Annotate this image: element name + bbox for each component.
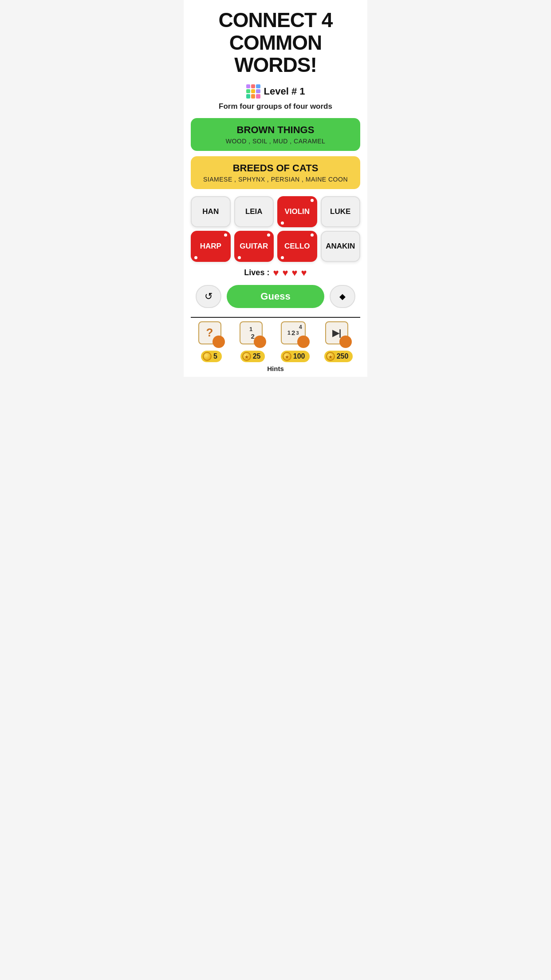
hint-question-badge: [213, 336, 225, 348]
word-tile-han[interactable]: HAN: [191, 196, 231, 227]
shuffle-icon: ↺: [205, 291, 213, 302]
word-tile-leia[interactable]: LEIA: [234, 196, 274, 227]
level-row: Level # 1: [246, 84, 305, 99]
hint-icon-123[interactable]: 4 1 2 3: [281, 321, 310, 348]
guess-label: Guess: [260, 291, 290, 302]
hint-icon-12[interactable]: 1 2: [240, 321, 266, 348]
hint-play-badge: [339, 336, 352, 348]
hint-nums-12: 1 2: [247, 326, 254, 340]
heart-2: ♥: [282, 267, 288, 279]
hints-row: ? 5 1 2 ★ 25: [191, 317, 360, 364]
hint-12-badge: [254, 336, 266, 348]
heart-4: ♥: [301, 267, 307, 279]
hint-cost-play: ★ 250: [324, 351, 353, 362]
hint-cost-question: 5: [201, 351, 222, 362]
coin-icon-1: [203, 352, 212, 361]
hint-item-12: 1 2 ★ 25: [240, 321, 266, 362]
word-tile-guitar[interactable]: GUITAR: [234, 231, 274, 262]
word-tile-cello[interactable]: CELLO: [277, 231, 317, 262]
word-tile-luke[interactable]: LUKE: [321, 196, 361, 227]
category-yellow-title: BREEDS OF CATS: [198, 162, 353, 174]
hint-cost-text-1: 5: [213, 352, 217, 360]
coin-icon-2: ★: [242, 352, 251, 361]
category-green-title: BROWN THINGS: [198, 124, 353, 136]
guess-button[interactable]: Guess: [227, 285, 324, 308]
eraser-icon: ◆: [339, 292, 346, 301]
instructions-text: Form four groups of four words: [219, 102, 332, 111]
play-skip-icon: ▶|: [332, 328, 342, 338]
hint-123-badge: [297, 336, 310, 348]
lives-row: Lives : ♥ ♥ ♥ ♥: [244, 267, 307, 279]
category-green-words: WOOD , SOIL , MUD , CARAMEL: [198, 138, 353, 145]
n3: 3: [296, 330, 299, 336]
hint-cost-123: ★ 100: [281, 351, 310, 362]
hint-icon-question[interactable]: ?: [198, 321, 225, 348]
category-yellow: BREEDS OF CATS SIAMESE , SPHYNX , PERSIA…: [191, 156, 360, 189]
nums-row: 1 2 3: [287, 329, 299, 336]
word-tile-anakin[interactable]: ANAKIN: [321, 231, 361, 262]
question-mark-icon: ?: [206, 326, 213, 340]
coin-icon-4: ★: [326, 352, 335, 361]
hint-item-question: ? 5: [198, 321, 225, 362]
lives-label: Lives :: [244, 268, 269, 277]
page: CONNECT 4 COMMON WORDS! Level # 1 Form f…: [184, 0, 367, 377]
hint-icon-play[interactable]: ▶|: [325, 321, 352, 348]
heart-3: ♥: [292, 267, 298, 279]
hint-item-123: 4 1 2 3 ★ 100: [281, 321, 310, 362]
level-text: Level # 1: [264, 86, 305, 97]
category-yellow-words: SIAMESE , SPHYNX , PERSIAN , MAINE COON: [198, 176, 353, 183]
heart-1: ♥: [273, 267, 279, 279]
controls-row: ↺ Guess ◆: [191, 285, 360, 308]
coin-icon-3: ★: [283, 352, 291, 361]
word-tile-violin[interactable]: VIOLIN: [277, 196, 317, 227]
n2: 2: [291, 329, 295, 336]
hint-cost-text-3: 100: [293, 352, 305, 360]
eraser-button[interactable]: ◆: [330, 285, 355, 308]
word-grid: HANLEIAVIOLINLUKEHARPGUITARCELLOANAKIN: [191, 196, 360, 262]
page-title: CONNECT 4 COMMON WORDS!: [191, 9, 360, 76]
n1: 1: [287, 329, 291, 336]
hint-cost-text-2: 25: [253, 352, 261, 360]
hints-footer-label: Hints: [267, 365, 284, 372]
shuffle-button[interactable]: ↺: [196, 285, 221, 308]
hint-cost-text-4: 250: [337, 352, 349, 360]
word-tile-harp[interactable]: HARP: [191, 231, 231, 262]
hint-item-play: ▶| ★ 250: [324, 321, 353, 362]
num-4-top: 4: [299, 324, 302, 330]
category-green: BROWN THINGS WOOD , SOIL , MUD , CARAMEL: [191, 118, 360, 151]
hint-cost-12: ★ 25: [240, 351, 265, 362]
grid-icon: [246, 84, 260, 99]
num-1: 1: [249, 326, 252, 332]
